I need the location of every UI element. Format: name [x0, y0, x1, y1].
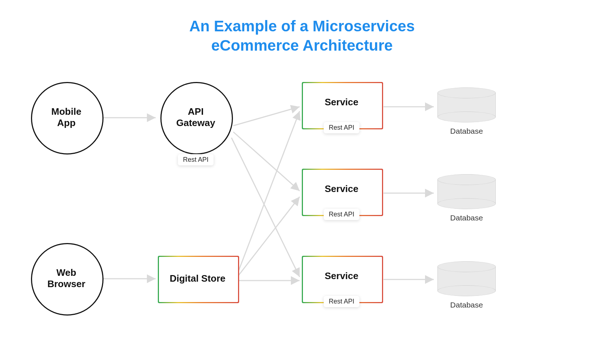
diagram-title: An Example of a Microservices eCommerce …: [0, 17, 604, 55]
node-api-gateway-label: API Gateway: [176, 106, 215, 129]
chip-service-2-restapi: Rest API: [324, 209, 359, 220]
arrow-store-to-service1: [239, 111, 300, 270]
node-service-2-label: Service: [325, 183, 359, 195]
chip-service-3-restapi: Rest API: [324, 296, 359, 307]
arrow-gateway-to-service2: [233, 132, 300, 191]
chip-api-gateway-restapi: Rest API: [178, 154, 214, 165]
node-web-browser-label: Web Browser: [47, 267, 85, 290]
chip-service-1-restapi: Rest API: [324, 122, 359, 133]
arrow-store-to-service2: [239, 197, 300, 275]
node-database-3: [437, 261, 496, 296]
arrow-gateway-to-service3: [231, 138, 300, 277]
arrow-gateway-to-service1: [233, 107, 300, 126]
node-database-3-caption: Database: [450, 301, 483, 309]
node-database-1-caption: Database: [450, 127, 483, 136]
node-database-2-caption: Database: [450, 214, 483, 222]
diagram-canvas: An Example of a Microservices eCommerce …: [0, 0, 604, 364]
node-database-1: [437, 87, 496, 122]
node-service-1-label: Service: [325, 97, 359, 108]
node-service-3-label: Service: [325, 270, 359, 282]
node-database-2: [437, 174, 496, 209]
node-digital-store-label: Digital Store: [169, 273, 225, 284]
node-mobile-app-label: Mobile App: [51, 106, 81, 129]
